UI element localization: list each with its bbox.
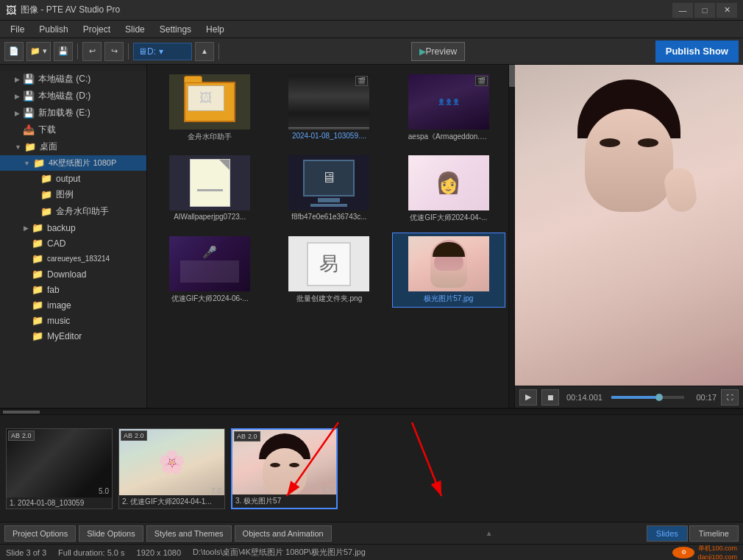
sidebar-item-image[interactable]: ▶ 📁 image — [0, 297, 146, 313]
file-item[interactable]: 🎬 2024-01-08_103059.... — [272, 71, 385, 146]
expand-arrow: ▶ — [15, 110, 20, 117]
drive-icon: 💾 — [23, 91, 35, 102]
fullscreen-button[interactable]: ⛶ — [721, 389, 739, 405]
sidebar-item-download[interactable]: ▶ 📥 下载 — [0, 121, 146, 138]
file-item[interactable]: 🖼 金舟水印助手 — [153, 71, 266, 146]
stop-button[interactable]: ⏹ — [541, 389, 559, 405]
slide-thumb-2[interactable]: AB 2.0 🌸 7.0 2. 优速GIF大师2024-04-1... — [118, 428, 225, 509]
file-thumbnail: 👩 — [408, 155, 489, 210]
folder-icon: 📁 — [33, 157, 45, 169]
svg-line-2 — [412, 422, 441, 496]
drive-icon: 💾 — [23, 74, 35, 85]
file-item[interactable]: 👩 优速GIF大师2024-04-... — [392, 152, 505, 227]
sidebar-item-e-drive[interactable]: ▶ 💾 新加载卷 (E:) — [0, 104, 146, 121]
expand-arrow: ▼ — [24, 160, 30, 167]
sidebar-item-jinzhou[interactable]: ▶ 📁 金舟水印助手 — [0, 203, 146, 220]
undo-button[interactable]: ↩ — [82, 42, 102, 61]
sidebar-item-tuli[interactable]: ▶ 📁 图例 — [0, 186, 146, 203]
slides-tab[interactable]: Slides — [647, 525, 688, 542]
sidebar-label: output — [56, 174, 80, 184]
expand-arrow: ▶ — [15, 93, 20, 100]
redo-button[interactable]: ↪ — [104, 42, 124, 61]
sidebar-label: 本地磁盘 (C:) — [38, 73, 90, 85]
slide-label: 1. 2024-01-08_103059 — [7, 497, 112, 508]
sidebar-label: 4K壁纸图片 1080P — [49, 157, 116, 169]
sidebar-item-myeditor[interactable]: ▶ 📁 MyEditor — [0, 328, 146, 344]
new-button[interactable]: 📄 — [4, 42, 24, 61]
open-button[interactable]: 📁 ▾ — [26, 42, 51, 61]
sidebar-item-music[interactable]: ▶ 📁 music — [0, 313, 146, 328]
folder-icon: 📁 — [32, 315, 43, 326]
sidebar-item-desktop[interactable]: ▼ 📁 桌面 — [0, 138, 146, 155]
badge-ab: AB — [124, 432, 132, 439]
sidebar-item-d-drive[interactable]: ▶ 💾 本地磁盘 (D:) — [0, 88, 146, 104]
file-label: AIWallpaperjpg0723... — [174, 213, 246, 221]
titlebar-controls: — □ ✕ — [672, 3, 737, 18]
file-thumbnail: 👤👤👤 🎬 — [408, 74, 489, 130]
time-current: 00:14.001 — [566, 393, 602, 402]
menu-file[interactable]: File — [3, 23, 32, 36]
slide-badge: AB 2.0 — [121, 430, 147, 441]
folder-icon: 📁 — [40, 173, 52, 184]
sidebar-label: 本地磁盘 (D:) — [38, 90, 90, 102]
app-icon: 🖼 — [6, 4, 16, 16]
toolbar: 📄 📁 ▾ 💾 ↩ ↪ 🖥 D: ▾ ▲ ▶ Preview Publish S… — [0, 38, 743, 65]
progress-bar[interactable] — [611, 396, 685, 399]
sidebar-label: 新加载卷 (E:) — [38, 107, 90, 119]
menu-settings[interactable]: Settings — [152, 23, 199, 36]
sidebar-item-careueyes[interactable]: ▶ 📁 careueyes_183214 — [0, 251, 146, 266]
sidebar-label: MyEditor — [47, 331, 82, 341]
play-button[interactable]: ▶ — [519, 389, 537, 405]
menu-publish[interactable]: Publish — [32, 23, 75, 36]
timeline-tab[interactable]: Timeline — [689, 525, 739, 542]
sidebar-item-backup[interactable]: ▶ 📁 backup — [0, 220, 146, 235]
path-bar[interactable]: 🖥 D: ▾ — [133, 43, 192, 60]
file-thumbnail: 易 — [288, 236, 369, 291]
menu-slide[interactable]: Slide — [118, 23, 152, 36]
sidebar-item-fab[interactable]: ▶ 📁 fab — [0, 282, 146, 297]
file-label: 优速GIF大师2024-06-... — [171, 294, 249, 304]
file-item[interactable]: AIWallpaperjpg0723... — [153, 152, 266, 227]
sidebar-item-c-drive[interactable]: ▶ 💾 本地磁盘 (C:) — [0, 71, 146, 88]
slides-timeline-tabs: Slides Timeline — [647, 525, 739, 542]
file-item[interactable]: 🎤 优速GIF大师2024-06-... — [153, 233, 266, 308]
timeline-scroll: AB 2.0 5.0 1. 2024-01-08_103059 AB 2.0 — [0, 415, 743, 522]
publish-show-button[interactable]: Publish Show — [655, 40, 739, 63]
folder-icon: 📁 — [24, 141, 36, 152]
resolution-info: 1920 x 1080 — [137, 548, 182, 557]
maximize-button[interactable]: □ — [694, 3, 715, 18]
project-options-button[interactable]: Project Options — [4, 525, 76, 542]
sidebar-label: 金舟水印助手 — [56, 205, 109, 218]
file-item[interactable]: 易 批量创建文件夹.png — [272, 233, 385, 308]
slide-thumb-1[interactable]: AB 2.0 5.0 1. 2024-01-08_103059 — [6, 428, 113, 509]
sidebar-label: 桌面 — [40, 141, 57, 153]
folder-icon: 📥 — [23, 124, 35, 135]
path-icon: 🖥 — [138, 46, 147, 57]
sidebar-item-cad[interactable]: ▶ 📁 CAD — [0, 235, 146, 251]
menu-project[interactable]: Project — [76, 23, 118, 36]
slide-options-button[interactable]: Slide Options — [79, 525, 143, 542]
titlebar: 🖼 图像 - PTE AV Studio Pro — □ ✕ — [0, 0, 743, 21]
slide-thumb-3[interactable]: AB 2.0 — [231, 428, 338, 509]
minimize-button[interactable]: — — [672, 3, 693, 18]
filepath-info: D:\tools\桌面\4K壁纸图片 1080P\极光图片57.jpg — [193, 547, 661, 558]
file-item[interactable]: 🖥 f8fb47e0e61e36743c... — [272, 152, 385, 227]
watermark-logo: ⚙ — [672, 547, 694, 559]
file-thumbnail: 🎬 — [288, 74, 369, 130]
save-button[interactable]: 💾 — [54, 42, 73, 61]
sidebar-item-4k-wallpaper[interactable]: ▼ 📁 4K壁纸图片 1080P — [0, 155, 146, 171]
sidebar-item-download2[interactable]: ▶ 📁 Download — [0, 266, 146, 282]
timeline-collapse-arrow[interactable]: ▲ — [486, 529, 493, 537]
styles-themes-button[interactable]: Styles and Themes — [146, 525, 232, 542]
objects-animation-button[interactable]: Objects and Animation — [235, 525, 332, 542]
slide-badge: AB 2.0 — [8, 430, 35, 441]
expand-arrow: ▶ — [24, 224, 29, 232]
file-item[interactable]: 👤👤👤 🎬 aespa《Armageddon...》 — [392, 71, 505, 146]
close-button[interactable]: ✕ — [717, 3, 737, 18]
sidebar-item-output[interactable]: ▶ 📁 output — [0, 171, 146, 186]
folder-icon: 📁 — [32, 238, 43, 249]
nav-up-button[interactable]: ▲ — [195, 42, 214, 61]
file-item-selected[interactable]: 极光图片57.jpg — [392, 233, 505, 308]
preview-btn[interactable]: ▶ Preview — [411, 42, 466, 61]
menu-help[interactable]: Help — [199, 23, 232, 36]
